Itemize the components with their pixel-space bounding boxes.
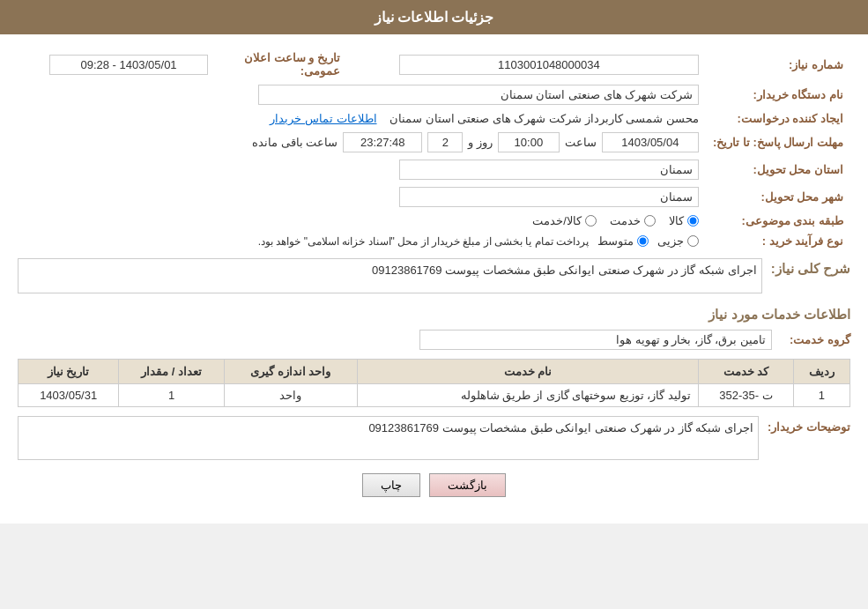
organization-label: نام دستگاه خریدار: [706, 81, 850, 108]
radio-service-label: خدمت [610, 214, 641, 227]
province-label: استان محل تحویل: [706, 156, 850, 183]
back-button[interactable]: بازگشت [429, 473, 506, 497]
city-label: شهر محل تحویل: [706, 183, 850, 211]
radio-item-medium: متوسط [597, 234, 649, 248]
col-service-code: کد خدمت [699, 360, 794, 384]
services-table: ردیف کد خدمت نام خدمت واحد اندازه گیری ت… [18, 359, 850, 407]
col-unit: واحد اندازه گیری [224, 360, 357, 384]
need-description-value: اجرای شبکه گاز در شهرک صنعتی ایوانکی طبق… [18, 258, 762, 293]
need-description-label: شرح کلی نیاز: [771, 258, 850, 277]
print-button[interactable]: چاپ [362, 473, 420, 497]
col-row-num: ردیف [793, 360, 849, 384]
need-number-value: 1103001048000034 [399, 55, 699, 75]
cell-service-name: تولید گاز، توزیع سوختهای گازی از طریق شا… [357, 384, 699, 407]
cell-need-date: 1403/05/31 [19, 384, 119, 407]
buyer-notes-value: اجرای شبکه گاز در شهرک صنعتی ایوانکی طبق… [18, 416, 759, 460]
radio-both-label: کالا/خدمت [532, 214, 582, 227]
need-number-label: شماره نیاز: [706, 48, 850, 81]
radio-partial-label: جزیی [657, 234, 684, 248]
deadline-date: 1403/05/04 [602, 132, 699, 152]
radio-partial[interactable] [687, 235, 699, 247]
cell-unit: واحد [224, 384, 357, 407]
radio-item-service: خدمت [610, 214, 656, 227]
col-quantity: تعداد / مقدار [119, 360, 225, 384]
buyer-notes-label: توضیحات خریدار: [768, 416, 850, 434]
province-value: سمنان [399, 160, 699, 180]
col-service-name: نام خدمت [357, 360, 699, 384]
creator-value: محسن شمسی کاربرداز شرکت شهرک های صنعتی ا… [389, 112, 699, 125]
page-header: جزئیات اطلاعات نیاز [0, 0, 868, 34]
radio-both[interactable] [585, 215, 597, 227]
city-value: سمنان [399, 187, 699, 207]
organization-value: شرکت شهرک های صنعتی استان سمنان [258, 85, 699, 105]
table-row: 1 ت -35-352 تولید گاز، توزیع سوختهای گاز… [19, 384, 850, 407]
services-section-title: اطلاعات خدمات مورد نیاز [18, 307, 850, 323]
creator-label: ایجاد کننده درخواست: [706, 108, 850, 129]
radio-item-goods: کالا [669, 214, 699, 227]
service-group-value: تامین برق، گاز، بخار و تهویه هوا [419, 330, 772, 350]
radio-goods[interactable] [687, 215, 699, 227]
buttons-row: بازگشت چاپ [18, 473, 850, 497]
category-label: طبقه بندی موضوعی: [706, 211, 850, 231]
cell-service-code: ت -35-352 [699, 384, 794, 407]
col-need-date: تاریخ نیاز [19, 360, 119, 384]
radio-goods-label: کالا [669, 214, 684, 227]
deadline-time-label: ساعت [565, 136, 597, 149]
radio-medium[interactable] [637, 235, 649, 247]
announce-value: 1403/05/01 - 09:28 [49, 55, 208, 75]
deadline-remaining-label: ساعت باقی مانده [252, 136, 338, 149]
deadline-time: 10:00 [498, 132, 560, 152]
deadline-remaining: 23:27:48 [343, 132, 422, 152]
purchase-type-label: نوع فرآیند خرید : [706, 231, 850, 251]
deadline-label: مهلت ارسال پاسخ: تا تاریخ: [706, 129, 850, 156]
announce-label: تاریخ و ساعت اعلان عمومی: [215, 48, 347, 81]
service-group-label: گروه خدمت: [781, 333, 850, 346]
cell-row-num: 1 [793, 384, 849, 407]
deadline-day-label: روز و [468, 136, 493, 149]
deadline-day: 2 [427, 132, 463, 152]
radio-medium-label: متوسط [597, 234, 634, 248]
page-title: جزئیات اطلاعات نیاز [375, 10, 494, 25]
contact-link[interactable]: اطلاعات تماس خریدار [270, 112, 376, 125]
radio-service[interactable] [644, 215, 656, 227]
radio-item-partial: جزیی [657, 234, 699, 248]
purchase-type-note: پرداخت تمام یا بخشی از مبلغ خریدار از مح… [258, 235, 589, 248]
radio-item-both: کالا/خدمت [532, 214, 597, 227]
cell-quantity: 1 [119, 384, 225, 407]
